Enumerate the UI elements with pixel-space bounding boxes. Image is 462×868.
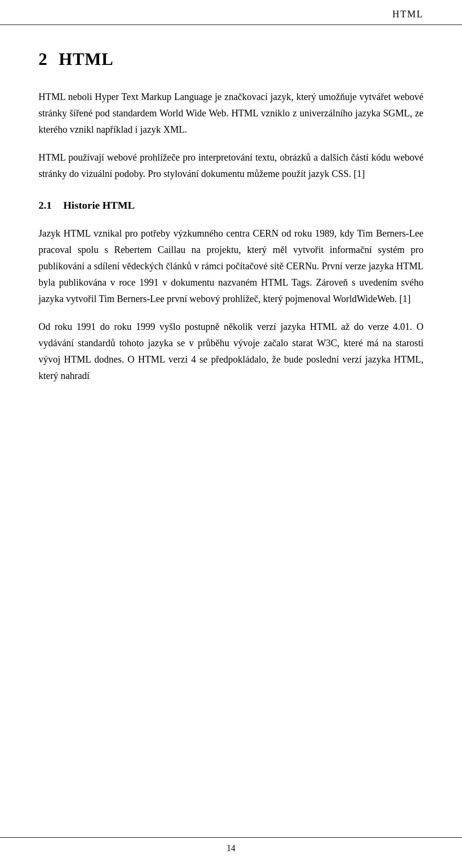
page-footer: 14 [0, 837, 462, 854]
section-title: Historie HTML [64, 199, 135, 212]
section-heading: 2.1 Historie HTML [38, 199, 424, 212]
page-header: HTML [0, 0, 462, 25]
section-paragraph-1: Jazyk HTML vznikal pro potřeby výzkumnéh… [38, 225, 424, 307]
section-number: 2.1 [38, 199, 52, 212]
intro-paragraph-2: HTML používají webové prohlížeče pro int… [38, 149, 424, 182]
section-paragraph-2: Od roku 1991 do roku 1999 vyšlo postupně… [38, 318, 424, 384]
chapter-title: HTML [59, 49, 114, 69]
page-container: HTML 2 HTML HTML neboli Hyper Text Marku… [0, 0, 462, 868]
page-number: 14 [227, 843, 235, 853]
chapter-number: 2 [38, 49, 47, 69]
footer-divider [0, 837, 462, 838]
main-content: 2 HTML HTML neboli Hyper Text Markup Lan… [0, 25, 462, 424]
chapter-heading: 2 HTML [38, 49, 424, 69]
intro-paragraph-1: HTML neboli Hyper Text Markup Language j… [38, 88, 424, 138]
header-title: HTML [392, 9, 424, 20]
